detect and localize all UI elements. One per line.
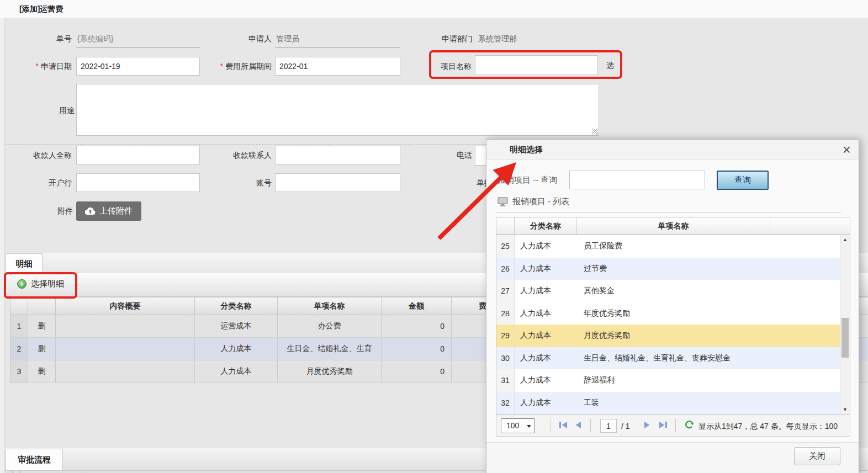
department-value: 系统管理部 [478,34,517,44]
scrollbar-thumb[interactable] [841,318,849,358]
phone-label: 电话 [420,151,472,161]
first-page-icon[interactable] [559,421,568,429]
bank-label: 开户行 [6,178,72,188]
tab-approval-flow[interactable]: 审批流程 [6,449,63,470]
col-item: 单项名称 [577,217,770,235]
page-number-input[interactable] [600,419,617,433]
expense-table-header: 分类名称 单项名称 [496,217,850,235]
col-summary: 内容概要 [55,297,194,315]
col-item: 单项名称 [277,297,381,315]
purpose-textarea[interactable] [76,84,599,136]
attachment-label: 附件 [6,206,73,216]
bank-input[interactable] [76,173,200,192]
refresh-icon[interactable] [684,419,695,430]
order-no-label: 单号 [6,34,72,44]
query-button[interactable]: 查询 [717,171,769,190]
account-no-label: 账号 [204,178,272,188]
chevron-down-icon [527,425,531,428]
next-page-icon[interactable] [643,421,651,429]
upload-attachment-button[interactable]: 上传附件 [76,201,141,221]
pagination-info: 显示从1到47，总 47 条。每页显示：100 [698,422,838,432]
monitor-icon [497,197,508,206]
project-name-label: 项目名称 [419,62,472,72]
list-item-selected[interactable]: 29人力成本月度优秀奖励 [496,325,840,347]
required-mark: * [36,62,39,71]
scroll-down-icon[interactable]: ▼ [840,407,850,412]
delete-link[interactable]: 删 [28,315,55,337]
list-item[interactable]: 28人力成本年度优秀奖励 [496,302,840,325]
list-header: 报销项目 - 列表 [497,196,569,207]
order-no-value: {系统编码} [77,34,113,44]
delete-link[interactable]: 删 [28,338,55,360]
order-no-underline [76,47,200,48]
delete-link[interactable]: 删 [28,360,55,382]
list-item[interactable]: 31人力成本辞退福利 [496,369,840,392]
department-label: 申请部门 [401,34,473,44]
project-name-input[interactable] [475,55,598,75]
payee-contact-label: 收款联系人 [204,151,272,161]
modal-title: 明细选择 [510,145,543,155]
col-amount: 金额 [381,297,451,315]
expense-item-table: 分类名称 单项名称 25人力成本员工保险费 26人力成本过节费 27人力成本其他… [496,217,850,414]
purpose-label: 用途 [6,106,75,116]
col-category: 分类名称 [194,297,277,315]
list-item[interactable]: 26人力成本过节费 [496,258,840,280]
expense-period-label: *费用所属期间 [190,62,272,72]
modal-titlebar: 明细选择 × [486,140,859,160]
applicant-underline [275,47,400,48]
payee-name-input[interactable] [76,146,200,164]
list-item[interactable]: 30人力成本生日金、结婚礼金、生育礼金、丧葬安慰金 [496,347,840,370]
search-input[interactable] [569,171,705,189]
add-circle-icon: + [17,279,27,289]
project-select-link[interactable]: 选 [606,61,614,71]
detail-select-modal: 明细选择 × 报销项目 -- 查询 查询 报销项目 - 列表 分类名称 单项名称… [486,139,859,473]
left-gutter [0,18,5,473]
vertical-scrollbar[interactable]: ▲ ▼ [840,235,850,414]
payee-contact-input[interactable] [275,146,400,164]
tab-detail[interactable]: 明细 [6,253,43,274]
modal-footer: 关闭 [486,442,859,473]
apply-date-input[interactable] [76,57,200,76]
list-item[interactable]: 32人力成本工装 [496,392,840,414]
resize-grip[interactable] [592,129,598,135]
close-button[interactable]: 关闭 [794,447,840,465]
account-no-input[interactable] [275,173,400,192]
payee-name-label: 收款人全称 [6,151,72,161]
applicant-label: 申请人 [205,34,272,44]
window-titlebar: [添加]运营费 [0,0,868,18]
close-icon[interactable]: × [843,140,851,159]
last-page-icon[interactable] [658,421,668,429]
page-size-select[interactable]: 100 [501,418,535,433]
list-rule [496,212,841,212]
expense-period-input[interactable] [275,57,400,76]
apply-date-label: *申请日期 [6,62,72,72]
applicant-value: 管理员 [276,34,299,44]
total-pages: / 1 [621,422,630,431]
col-category: 分类名称 [515,217,577,235]
cloud-upload-icon [85,207,96,215]
scroll-up-icon[interactable]: ▲ [840,237,850,242]
prev-page-icon[interactable] [574,421,582,429]
list-item[interactable]: 27人力成本其他奖金 [496,280,840,302]
select-detail-button[interactable]: + 选择明细 [17,279,64,289]
pagination-bar: 100 / 1 显示从1到47，总 47 条。每页显示：100 [496,414,850,437]
list-item[interactable]: 25人力成本员工保险费 [496,235,840,258]
page-title: [添加]运营费 [19,4,63,14]
search-label: 报销项目 -- 查询 [497,175,557,185]
